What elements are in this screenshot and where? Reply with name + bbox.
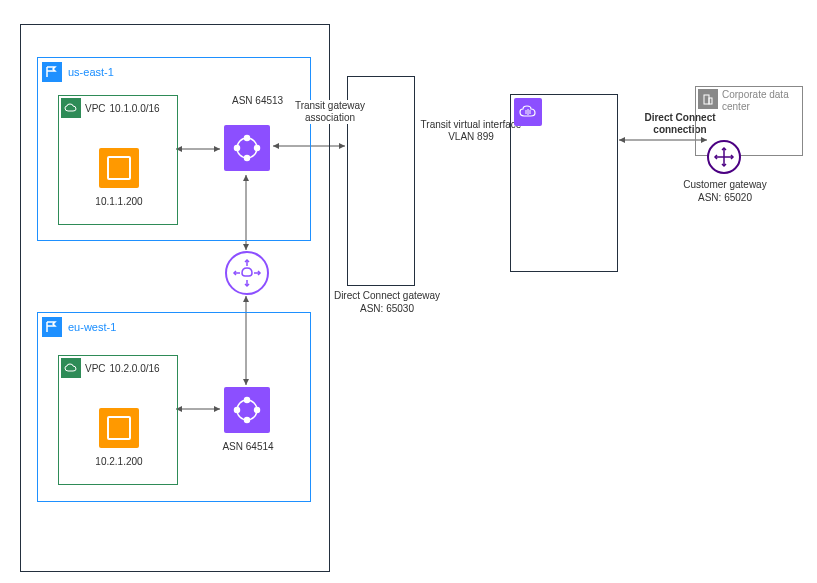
- vpc-cidr: 10.1.0.0/16: [110, 103, 160, 114]
- svg-point-9: [255, 146, 260, 151]
- vpc-header: VPC 10.1.0.0/16: [59, 96, 177, 120]
- cgw-label: Customer gatewayASN: 65020: [670, 178, 780, 204]
- svg-point-15: [245, 418, 250, 423]
- svg-rect-17: [704, 95, 709, 104]
- vpc-label: VPC: [85, 363, 106, 374]
- vpc-eu-west: VPC 10.2.0.0/16 10.2.1.200: [58, 355, 178, 485]
- cloud-icon: [61, 358, 81, 378]
- region-header: us-east-1: [38, 58, 310, 86]
- region-header: eu-west-1: [38, 313, 310, 341]
- vpc-us-east: VPC 10.1.0.0/16 10.1.1.200: [58, 95, 178, 225]
- region-label: eu-west-1: [68, 321, 116, 333]
- corp-header: Corporate data center: [696, 87, 802, 115]
- svg-point-11: [235, 146, 240, 151]
- tgw-peering-icon: [225, 251, 269, 295]
- svg-point-10: [245, 156, 250, 161]
- instance-ip: 10.2.1.200: [59, 456, 179, 467]
- svg-point-14: [255, 408, 260, 413]
- diagram-canvas: us-east-1 VPC 10.1.0.0/16 10.1.1.200 ASN…: [0, 0, 817, 583]
- ec2-icon: [99, 408, 139, 448]
- region-us-east-1: us-east-1 VPC 10.1.0.0/16 10.1.1.200: [37, 57, 311, 241]
- flag-icon: [42, 317, 62, 337]
- svg-point-16: [235, 408, 240, 413]
- svg-point-8: [245, 136, 250, 141]
- region-eu-west-1: eu-west-1 VPC 10.2.0.0/16 10.2.1.200 ASN…: [37, 312, 311, 502]
- flag-icon: [42, 62, 62, 82]
- vpc-cidr: 10.2.0.0/16: [110, 363, 160, 374]
- transit-gateway-icon: [224, 125, 270, 171]
- transit-gateway-icon: [224, 387, 270, 433]
- corp-label: Corporate data center: [722, 89, 800, 113]
- vpc-label: VPC: [85, 103, 106, 114]
- dx-cloud-icon: [514, 98, 542, 126]
- vpc-header: VPC 10.2.0.0/16: [59, 356, 177, 380]
- customer-gateway-icon: [707, 140, 741, 174]
- instance-ip: 10.1.1.200: [59, 196, 179, 207]
- tgw-association-label: Transit gateway association: [290, 100, 370, 124]
- region-label: us-east-1: [68, 66, 114, 78]
- ec2-icon: [99, 148, 139, 188]
- tgw-asn-eu-west: ASN 64514: [208, 441, 288, 452]
- building-icon: [698, 89, 718, 109]
- svg-point-13: [245, 398, 250, 403]
- svg-rect-18: [709, 98, 712, 104]
- cloud-icon: [61, 98, 81, 118]
- dx-gateway-label: Direct Connect gatewayASN: 65030: [322, 289, 452, 315]
